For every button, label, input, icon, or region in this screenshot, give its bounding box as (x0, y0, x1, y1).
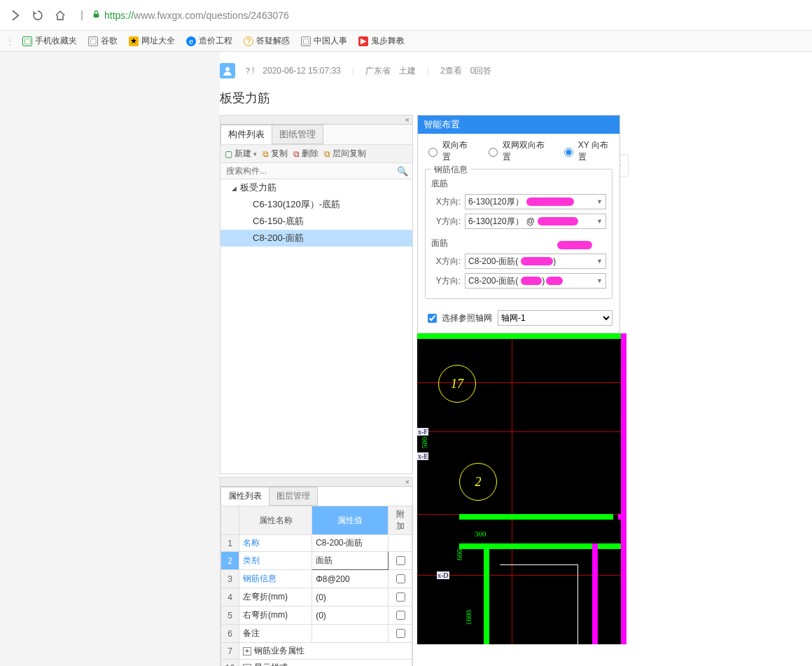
bookmark-split-icon[interactable] (76, 4, 88, 27)
tree-item-selected[interactable]: C8-200-面筋 (220, 230, 412, 247)
col-name: 属性名称 (239, 506, 312, 535)
top-x-combo[interactable]: C8-200-面筋()▼ (465, 254, 606, 269)
tree-item[interactable]: C6-130(120厚）-底筋 (220, 196, 412, 213)
attr-name: +钢筋业务属性 (239, 643, 412, 660)
grid-bubble: 17 (451, 377, 463, 391)
post-region: 广东省 (365, 65, 391, 77)
row-index[interactable]: 4 (221, 588, 239, 606)
url-scheme: https:// (104, 10, 134, 21)
bottom-y-combo[interactable]: 6-130(120厚）@▼ (465, 214, 606, 229)
star-icon: ★ (129, 36, 139, 46)
bookmark-item-5[interactable]: ▢中国人事 (297, 34, 351, 48)
row-index[interactable]: 5 (221, 606, 239, 625)
bookmark-item-1[interactable]: ▢谷歌 (84, 34, 122, 48)
panel-title: 智能布置 (418, 116, 620, 134)
bookmark-label: 谷歌 (101, 35, 118, 47)
tab-component-list[interactable]: 构件列表 (220, 125, 272, 144)
address-bar[interactable]: https://www.fwxgx.com/questions/2463076 (71, 4, 808, 27)
post-title: 板受力筋 (220, 90, 812, 106)
svg-point-2 (225, 67, 230, 71)
search-icon[interactable]: 🔍 (397, 166, 408, 176)
bookmark-separator: ⋮ (4, 36, 15, 46)
expand-icon[interactable]: + (243, 647, 251, 655)
col-value: 属性值 (312, 506, 388, 535)
attr-extra[interactable] (388, 552, 412, 570)
lock-icon (92, 11, 100, 20)
bookmark-item-6[interactable]: ▶鬼步舞教 (354, 34, 409, 48)
post-answers: 0回答 (470, 65, 492, 77)
smart-layout-panel: 智能布置 双向布置 双网双向布置 XY 向布置 钢筋信息 底筋 X方向: 6-1… (417, 115, 620, 333)
attr-value[interactable]: C8-200-面筋 (312, 535, 388, 552)
row-index[interactable]: 1 (221, 535, 239, 552)
attr-extra[interactable] (388, 625, 412, 643)
top-y-combo[interactable]: C8-200-面筋()▼ (465, 273, 606, 289)
question-icon: ? (244, 36, 253, 46)
post-author: ？! (244, 65, 254, 77)
browser-nav-bar: https://www.fwxgx.com/questions/2463076 (0, 0, 812, 31)
bookmark-label: 答疑解惑 (256, 35, 290, 47)
new-icon: ▢ (225, 149, 232, 159)
attr-name: 右弯折(mm) (239, 606, 312, 625)
attr-value[interactable]: (0) (312, 588, 388, 606)
section-bottom-label: 底筋 (431, 178, 606, 190)
level-copy-icon: ⧉ (324, 149, 330, 159)
attr-name[interactable]: 名称 (239, 535, 312, 552)
component-tree[interactable]: ◢ 板受力筋 C6-130(120厚）-底筋 C6-150-底筋 C8-200-… (220, 179, 412, 473)
page-icon: ▢ (88, 36, 98, 46)
bookmark-item-2[interactable]: ★网址大全 (125, 34, 179, 48)
radio-double-net[interactable]: 双网双向布置 (485, 139, 548, 163)
radio-xy[interactable]: XY 向布置 (561, 139, 612, 163)
row-index[interactable]: 16 (221, 660, 239, 667)
tab-properties[interactable]: 属性列表 (220, 487, 270, 506)
label-y: Y方向: (431, 216, 461, 228)
chevron-down-icon[interactable]: ▼ (596, 277, 603, 284)
attr-extra[interactable] (388, 535, 412, 552)
tree-item[interactable]: C6-150-底筋 (220, 213, 412, 230)
attr-value[interactable]: (0) (312, 606, 388, 625)
bookmark-label: 中国人事 (314, 35, 347, 47)
attr-extra[interactable] (388, 570, 412, 588)
attr-extra[interactable] (388, 588, 412, 606)
bookmark-item-4[interactable]: ?答疑解惑 (239, 34, 294, 48)
reload-icon[interactable] (27, 4, 49, 27)
radio-bidirectional[interactable]: 双向布置 (425, 139, 472, 163)
home-icon[interactable] (49, 4, 71, 27)
ref-grid-select[interactable]: 轴网-1 (498, 310, 612, 326)
bookmark-item-3[interactable]: e造价工程 (182, 34, 237, 48)
strike-icon (546, 277, 563, 285)
tab-drawing-manage[interactable]: 图纸管理 (272, 125, 323, 144)
tab-layer-manage[interactable]: 图层管理 (269, 487, 318, 506)
chevron-down-icon[interactable]: ▼ (596, 198, 603, 205)
bookmark-item-0[interactable]: ▢手机收藏夹 (18, 34, 81, 48)
copy-button[interactable]: ⧉复制 (262, 148, 288, 160)
cad-canvas[interactable]: 17 2 x-F x-E x-D 500 300 600 1600 (417, 333, 626, 644)
attr-name[interactable]: 钢筋信息 (239, 570, 312, 588)
attr-value[interactable] (312, 625, 388, 643)
new-button[interactable]: ▢新建▾ (225, 148, 257, 160)
row-index[interactable]: 7 (221, 643, 239, 660)
bottom-x-combo[interactable]: 6-130(120厚）▼ (465, 194, 606, 209)
close-icon[interactable]: × (402, 116, 412, 124)
chevron-down-icon[interactable]: ◢ (230, 185, 237, 192)
strike-icon (521, 257, 553, 265)
content-area: ？! 2020-06-12 15:07:33 | 广东省 土建 | 2查看 0回… (220, 52, 812, 666)
forward-icon[interactable] (4, 4, 27, 27)
bookmark-label: 鬼步舞教 (371, 35, 405, 47)
level-copy-button[interactable]: ⧉层间复制 (324, 148, 366, 160)
row-index[interactable]: 3 (221, 570, 239, 588)
attr-value[interactable]: Φ8@200 (312, 570, 388, 588)
ref-grid-checkbox[interactable]: 选择参照轴网 (425, 312, 492, 325)
search-input[interactable] (225, 165, 397, 176)
close-icon[interactable]: × (402, 478, 412, 486)
attr-name[interactable]: 类别 (239, 552, 312, 570)
attr-extra[interactable] (388, 606, 412, 625)
tree-root-label: 板受力筋 (240, 182, 276, 193)
attr-value[interactable]: 面筋 (312, 552, 388, 570)
axis-tag: x-E (417, 452, 428, 460)
chevron-down-icon[interactable]: ▼ (596, 218, 603, 225)
delete-button[interactable]: ⧉删除 (293, 148, 318, 160)
axis-tag: x-F (417, 428, 428, 436)
chevron-down-icon[interactable]: ▼ (596, 258, 603, 265)
row-index[interactable]: 2 (221, 552, 239, 570)
row-index[interactable]: 6 (221, 625, 239, 643)
